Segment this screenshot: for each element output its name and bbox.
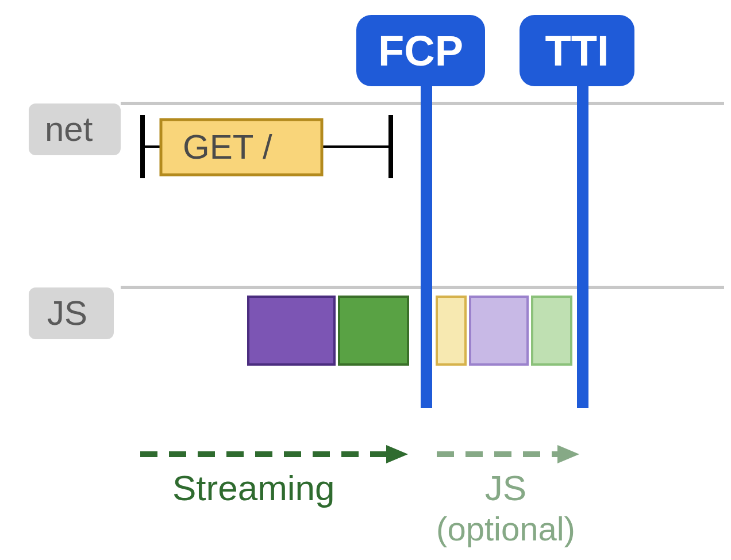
js-block-green [339,297,408,365]
net-lane-text: net [45,110,93,148]
net-lane-label: net [29,103,121,155]
js-optional-label-2: (optional) [436,510,575,547]
svg-marker-12 [557,445,579,463]
js-optional-phase: JS (optional) [436,445,579,547]
net-request-span: GET / [143,115,391,178]
streaming-phase: Streaming [140,445,408,508]
get-request-label: GET / [183,128,272,166]
js-block-purple [248,297,334,365]
js-block-purple-faded [470,297,528,365]
js-optional-label-1: JS [485,468,526,508]
js-lane-text: JS [47,294,87,332]
svg-marker-10 [386,445,408,463]
js-lane-label: JS [29,287,114,339]
js-block-green-faded [532,297,571,365]
rendering-timeline-diagram: net JS GET / FCP TTI Streaming [0,0,731,560]
js-block-yellow-faded [437,297,465,365]
fcp-label: FCP [378,27,463,75]
tti-label: TTI [545,27,609,75]
svg-rect-5 [421,86,432,408]
svg-rect-7 [577,86,588,408]
streaming-label: Streaming [172,468,335,508]
